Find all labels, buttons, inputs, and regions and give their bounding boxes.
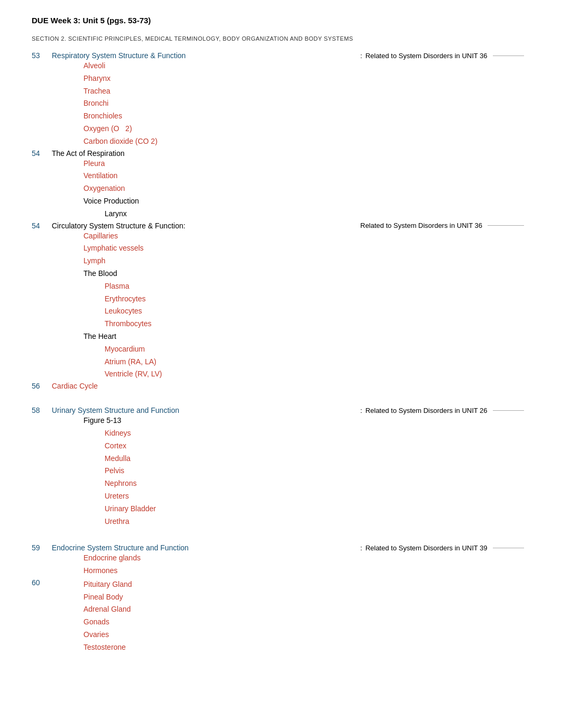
hr-59 [493, 548, 524, 548]
medulla[interactable]: Medulla [52, 453, 529, 465]
hr-58 [493, 410, 524, 411]
related-text-54-circ: Related to System Disorders in UNIT 36 [360, 222, 482, 229]
entry-content-54-resp: The Act of Respiration Pleura Ventilatio… [52, 149, 529, 220]
title-row-58: Urinary System Structure and Function : … [52, 406, 529, 414]
related-col-58: : Related to System Disorders in UNIT 26 [360, 407, 529, 414]
pelvis[interactable]: Pelvis [52, 465, 529, 477]
entry-row-54-circ: 54 Circulatory System Structure & Functi… [32, 222, 529, 381]
plasma[interactable]: Plasma [52, 280, 529, 293]
urethra[interactable]: Urethra [52, 515, 529, 528]
entry-content-60: Pituitary Gland Pineal Body Adrenal Glan… [52, 578, 529, 654]
myocardium[interactable]: Myocardium [52, 343, 529, 356]
testosterone[interactable]: Testosterone [52, 641, 529, 654]
carbon-dioxide[interactable]: Carbon dioxide (CO 2) [52, 135, 529, 148]
entry-row-58: 58 Urinary System Structure and Function… [32, 406, 529, 528]
entry-row-59: 59 Endocrine System Structure and Functi… [32, 543, 529, 577]
entry-row-53: 53 Respiratory System Structure & Functi… [32, 51, 529, 148]
spacer-1 [32, 391, 529, 399]
alveoli[interactable]: Alveoli [52, 60, 529, 72]
oxygenation[interactable]: Oxygenation [52, 182, 529, 195]
title-row-54-circ: Circulatory System Structure & Function:… [52, 222, 529, 230]
title-58[interactable]: Urinary System Structure and Function [52, 406, 179, 414]
urinary-bladder[interactable]: Urinary Bladder [52, 503, 529, 515]
entry-row-60: 60 Pituitary Gland Pineal Body Adrenal G… [32, 578, 529, 654]
title-54-resp: The Act of Respiration [52, 149, 125, 158]
cardiac-cycle[interactable]: Cardiac Cycle [52, 382, 98, 390]
pituitary-gland[interactable]: Pituitary Gland [52, 578, 529, 591]
lymph[interactable]: Lymph [52, 255, 529, 268]
page-num-58: 58 [32, 406, 52, 414]
section-header: SECTION 2. SCIENTIFIC PRINCIPLES, MEDICA… [32, 35, 529, 42]
entry-content-59: Endocrine System Structure and Function … [52, 543, 529, 577]
trachea[interactable]: Trachea [52, 85, 529, 98]
erythrocytes[interactable]: Erythrocytes [52, 293, 529, 306]
entry-58: 58 Urinary System Structure and Function… [32, 406, 529, 528]
colon-59: : [360, 544, 362, 552]
capillaries[interactable]: Capillaries [52, 230, 529, 243]
ventricle[interactable]: Ventricle (RV, LV) [52, 368, 529, 381]
entry-56: 56 Cardiac Cycle [32, 382, 529, 390]
page-num-60: 60 [32, 578, 52, 587]
ovaries[interactable]: Ovaries [52, 629, 529, 641]
page-num-54-circ: 54 [32, 222, 52, 230]
adrenal-gland[interactable]: Adrenal Gland [52, 603, 529, 616]
pineal-body[interactable]: Pineal Body [52, 591, 529, 604]
entry-53: 53 Respiratory System Structure & Functi… [32, 51, 529, 148]
entry-content-58: Urinary System Structure and Function : … [52, 406, 529, 528]
spacer-4 [32, 536, 529, 543]
entry-row-54-resp: 54 The Act of Respiration Pleura Ventila… [32, 149, 529, 220]
colon-53: : [360, 52, 362, 60]
lymphatic-vessels[interactable]: Lymphatic vessels [52, 242, 529, 255]
entry-59: 59 Endocrine System Structure and Functi… [32, 543, 529, 577]
entry-content-54-circ: Circulatory System Structure & Function:… [52, 222, 529, 381]
voice-production: Voice Production [52, 195, 529, 208]
entry-content-53: Respiratory System Structure & Function … [52, 51, 529, 148]
content-area: 53 Respiratory System Structure & Functi… [32, 51, 529, 654]
oxygen[interactable]: Oxygen (O 2) [52, 123, 529, 135]
hr-53 [493, 56, 524, 56]
bronchi[interactable]: Bronchi [52, 97, 529, 110]
title-row-59: Endocrine System Structure and Function … [52, 543, 529, 552]
leukocytes[interactable]: Leukocytes [52, 305, 529, 318]
colon-58: : [360, 407, 362, 414]
kidneys[interactable]: Kidneys [52, 427, 529, 440]
page-header: DUE Week 3: Unit 5 (pgs. 53-73) [32, 16, 529, 25]
entry-54-resp: 54 The Act of Respiration Pleura Ventila… [32, 149, 529, 220]
related-col-54-circ: Related to System Disorders in UNIT 36 [360, 222, 529, 229]
ventilation[interactable]: Ventilation [52, 170, 529, 182]
pleura[interactable]: Pleura [52, 158, 529, 170]
gonads[interactable]: Gonads [52, 616, 529, 629]
entry-60: 60 Pituitary Gland Pineal Body Adrenal G… [32, 578, 529, 654]
title-inner-58: Urinary System Structure and Function [52, 406, 360, 414]
title-59[interactable]: Endocrine System Structure and Function [52, 543, 189, 552]
hr-54-circ [488, 225, 524, 226]
bronchioles[interactable]: Bronchioles [52, 110, 529, 123]
title-inner-59: Endocrine System Structure and Function [52, 543, 360, 552]
nephrons[interactable]: Nephrons [52, 477, 529, 490]
title-54-circ: Circulatory System Structure & Function: [52, 222, 185, 230]
cortex[interactable]: Cortex [52, 440, 529, 453]
title-inner-53: Respiratory System Structure & Function [52, 51, 360, 60]
thrombocytes[interactable]: Thrombocytes [52, 318, 529, 330]
related-col-53: : Related to System Disorders in UNIT 36 [360, 52, 529, 60]
title-53[interactable]: Respiratory System Structure & Function [52, 51, 186, 60]
title-inner-54-circ: Circulatory System Structure & Function: [52, 222, 360, 230]
page-num-59: 59 [32, 543, 52, 552]
title-row-54-resp: The Act of Respiration [52, 149, 529, 158]
hormones[interactable]: Hormones [52, 565, 529, 577]
related-text-58: Related to System Disorders in UNIT 26 [366, 407, 488, 414]
related-text-53: Related to System Disorders in UNIT 36 [366, 52, 488, 60]
pharynx[interactable]: Pharynx [52, 72, 529, 85]
spacer-3 [32, 529, 529, 536]
atrium[interactable]: Atrium (RA, LA) [52, 356, 529, 368]
related-col-59: : Related to System Disorders in UNIT 39 [360, 544, 529, 552]
spacer-2 [32, 399, 529, 406]
ureters[interactable]: Ureters [52, 490, 529, 503]
related-text-59: Related to System Disorders in UNIT 39 [366, 544, 488, 552]
larynx: Larynx [52, 208, 529, 220]
figure-513: Figure 5-13 [52, 414, 529, 427]
entry-content-56: Cardiac Cycle [52, 382, 529, 390]
endocrine-glands[interactable]: Endocrine glands [52, 552, 529, 565]
page-num-53: 53 [32, 51, 52, 60]
entry-54-circ: 54 Circulatory System Structure & Functi… [32, 222, 529, 381]
